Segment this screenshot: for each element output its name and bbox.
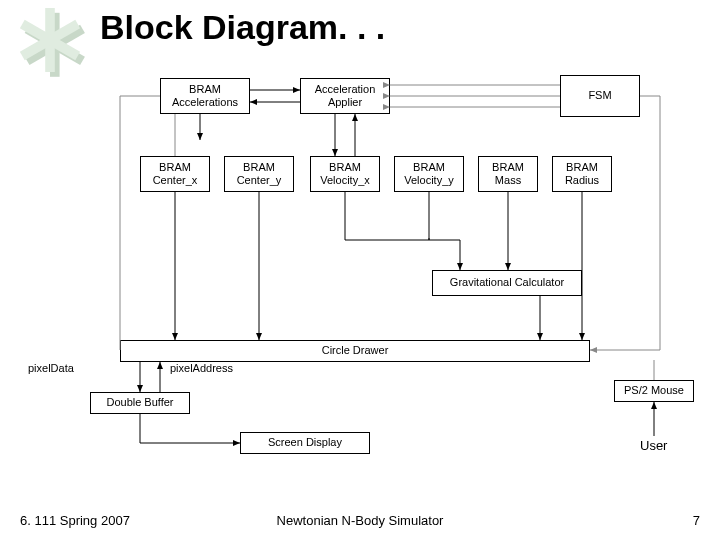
block-circle-drawer: Circle Drawer xyxy=(120,340,590,362)
block-ps2-mouse: PS/2 Mouse xyxy=(614,380,694,402)
block-line: Velocity_y xyxy=(404,174,454,187)
block-line: Center_y xyxy=(237,174,282,187)
block-line: Velocity_x xyxy=(320,174,370,187)
block-line: Screen Display xyxy=(268,436,342,449)
block-line: PS/2 Mouse xyxy=(624,384,684,397)
block-line: BRAM xyxy=(189,83,221,96)
block-gravitational-calculator: Gravitational Calculator xyxy=(432,270,582,296)
block-line: BRAM xyxy=(243,161,275,174)
page-title: Block Diagram. . . xyxy=(100,8,385,47)
label-user: User xyxy=(640,438,667,453)
block-line: Radius xyxy=(565,174,599,187)
block-screen-display: Screen Display xyxy=(240,432,370,454)
block-bram-mass: BRAM Mass xyxy=(478,156,538,192)
asterisk-decor xyxy=(10,0,90,80)
block-bram-velocity-x: BRAM Velocity_x xyxy=(310,156,380,192)
block-line: Applier xyxy=(328,96,362,109)
footer-right: 7 xyxy=(693,513,700,528)
block-line: BRAM xyxy=(566,161,598,174)
svg-marker-0 xyxy=(50,13,60,77)
block-bram-velocity-y: BRAM Velocity_y xyxy=(394,156,464,192)
svg-marker-3 xyxy=(45,8,55,72)
block-line: Mass xyxy=(495,174,521,187)
block-bram-accelerations: BRAM Accelerations xyxy=(160,78,250,114)
footer-center: Newtonian N-Body Simulator xyxy=(0,513,720,528)
block-line: Double Buffer xyxy=(106,396,173,409)
block-bram-center-y: BRAM Center_y xyxy=(224,156,294,192)
block-line: BRAM xyxy=(329,161,361,174)
svg-marker-4 xyxy=(20,20,80,60)
block-line: FSM xyxy=(588,89,611,102)
block-fsm: FSM xyxy=(560,75,640,117)
block-line: Accelerations xyxy=(172,96,238,109)
block-line: Gravitational Calculator xyxy=(450,276,564,289)
svg-marker-5 xyxy=(20,20,80,60)
block-line: BRAM xyxy=(413,161,445,174)
label-pixel-address: pixelAddress xyxy=(170,362,233,374)
block-line: BRAM xyxy=(159,161,191,174)
block-line: Circle Drawer xyxy=(322,344,389,357)
block-acceleration-applier: Acceleration Applier xyxy=(300,78,390,114)
block-bram-radius: BRAM Radius xyxy=(552,156,612,192)
block-line: Acceleration xyxy=(315,83,376,96)
block-double-buffer: Double Buffer xyxy=(90,392,190,414)
svg-marker-1 xyxy=(25,25,85,65)
block-bram-center-x: BRAM Center_x xyxy=(140,156,210,192)
label-pixel-data: pixelData xyxy=(28,362,74,374)
svg-marker-2 xyxy=(25,25,85,65)
block-line: Center_x xyxy=(153,174,198,187)
block-line: BRAM xyxy=(492,161,524,174)
